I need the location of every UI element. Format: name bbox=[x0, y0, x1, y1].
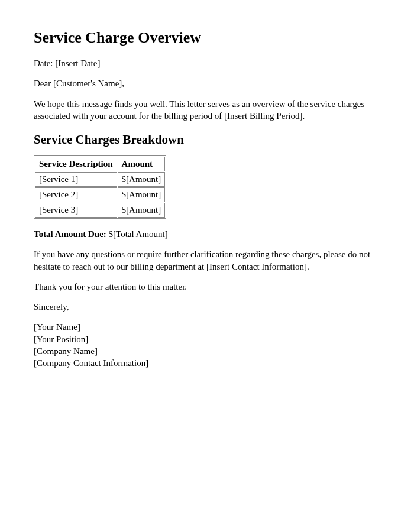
cell-description: [Service 2] bbox=[35, 187, 117, 202]
thanks-paragraph: Thank you for your attention to this mat… bbox=[34, 281, 380, 293]
greeting: Dear [Customer's Name], bbox=[34, 77, 380, 89]
breakdown-heading: Service Charges Breakdown bbox=[34, 132, 380, 147]
signature-block: [Your Name] [Your Position] [Company Nam… bbox=[34, 321, 380, 369]
cell-description: [Service 3] bbox=[35, 203, 117, 218]
date-line: Date: [Insert Date] bbox=[34, 57, 380, 69]
header-description: Service Description bbox=[35, 157, 117, 171]
header-amount: Amount bbox=[118, 157, 166, 171]
signature-position: [Your Position] bbox=[34, 333, 380, 345]
signature-company: [Company Name] bbox=[34, 345, 380, 357]
table-row: [Service 3] $[Amount] bbox=[35, 203, 165, 218]
cell-description: [Service 1] bbox=[35, 172, 117, 187]
table-header-row: Service Description Amount bbox=[35, 157, 165, 171]
page-title: Service Charge Overview bbox=[34, 29, 380, 47]
cell-amount: $[Amount] bbox=[118, 187, 166, 202]
intro-paragraph: We hope this message finds you well. Thi… bbox=[34, 98, 380, 122]
signature-contact: [Company Contact Information] bbox=[34, 357, 380, 369]
document-page: Service Charge Overview Date: [Insert Da… bbox=[11, 11, 403, 521]
total-value: $[Total Amount] bbox=[109, 229, 168, 239]
total-line: Total Amount Due: $[Total Amount] bbox=[34, 228, 380, 240]
cell-amount: $[Amount] bbox=[118, 172, 166, 187]
signature-name: [Your Name] bbox=[34, 321, 380, 333]
questions-paragraph: If you have any questions or require fur… bbox=[34, 248, 380, 273]
table-row: [Service 1] $[Amount] bbox=[35, 172, 165, 187]
signoff: Sincerely, bbox=[34, 301, 380, 313]
cell-amount: $[Amount] bbox=[118, 203, 166, 218]
total-label: Total Amount Due: bbox=[34, 229, 106, 239]
charges-table: Service Description Amount [Service 1] $… bbox=[34, 155, 166, 219]
table-row: [Service 2] $[Amount] bbox=[35, 187, 165, 202]
